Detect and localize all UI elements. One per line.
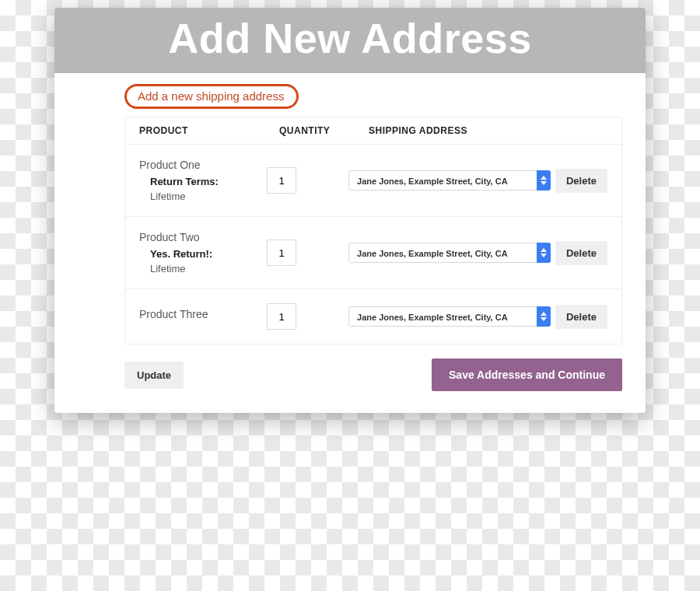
delete-button[interactable]: Delete bbox=[555, 169, 607, 193]
address-cell: Jane Jones, Example Street, City, CA bbox=[348, 243, 551, 263]
product-attr-label: Return Terms: bbox=[139, 176, 267, 187]
quantity-input[interactable] bbox=[267, 240, 296, 266]
address-cell: Jane Jones, Example Street, City, CA bbox=[348, 306, 551, 327]
quantity-cell bbox=[267, 303, 348, 330]
address-select-value: Jane Jones, Example Street, City, CA bbox=[348, 170, 551, 191]
header-quantity: QUANTITY bbox=[279, 125, 369, 136]
product-table: PRODUCT QUANTITY SHIPPING ADDRESS Produc… bbox=[124, 117, 622, 344]
address-select[interactable]: Jane Jones, Example Street, City, CA bbox=[348, 243, 551, 263]
action-cell: Delete bbox=[551, 169, 607, 193]
updown-icon bbox=[537, 170, 551, 191]
table-header: PRODUCT QUANTITY SHIPPING ADDRESS bbox=[125, 117, 621, 144]
header-product: PRODUCT bbox=[139, 125, 279, 136]
address-select[interactable]: Jane Jones, Example Street, City, CA bbox=[348, 306, 551, 327]
updown-icon bbox=[537, 306, 551, 327]
header-address: SHIPPING ADDRESS bbox=[369, 125, 607, 136]
save-continue-button[interactable]: Save Addresses and Continue bbox=[432, 358, 622, 391]
address-select-value: Jane Jones, Example Street, City, CA bbox=[348, 306, 551, 327]
table-row: Product Three Jane Jones, Example Street… bbox=[125, 289, 621, 344]
table-row: Product Two Yes. Return!: Lifetime Jane … bbox=[125, 216, 621, 289]
stage: Add New Address Add a new shipping addre… bbox=[0, 0, 700, 591]
product-name: Product Three bbox=[139, 308, 267, 320]
address-cell: Jane Jones, Example Street, City, CA bbox=[348, 170, 551, 191]
update-button[interactable]: Update bbox=[124, 362, 184, 389]
address-select[interactable]: Jane Jones, Example Street, City, CA bbox=[348, 170, 551, 191]
quantity-input[interactable] bbox=[267, 303, 296, 330]
product-attr-value: Lifetime bbox=[139, 191, 267, 202]
product-cell: Product Three bbox=[139, 308, 267, 325]
product-name: Product One bbox=[139, 159, 267, 171]
quantity-cell bbox=[267, 167, 348, 194]
page-title: Add New Address bbox=[54, 8, 646, 73]
delete-button[interactable]: Delete bbox=[555, 305, 607, 329]
content: Add a new shipping address PRODUCT QUANT… bbox=[54, 73, 646, 413]
quantity-cell bbox=[267, 240, 348, 266]
table-row: Product One Return Terms: Lifetime Jane … bbox=[125, 144, 621, 216]
delete-button[interactable]: Delete bbox=[555, 241, 607, 265]
updown-icon bbox=[537, 243, 551, 263]
address-select-value: Jane Jones, Example Street, City, CA bbox=[348, 243, 551, 263]
product-cell: Product Two Yes. Return!: Lifetime bbox=[139, 231, 267, 275]
product-attr-label: Yes. Return!: bbox=[139, 248, 267, 260]
action-cell: Delete bbox=[551, 305, 607, 329]
quantity-input[interactable] bbox=[267, 167, 296, 194]
add-shipping-address-link[interactable]: Add a new shipping address bbox=[124, 84, 299, 109]
action-cell: Delete bbox=[551, 241, 607, 265]
product-attr-value: Lifetime bbox=[139, 263, 267, 275]
product-name: Product Two bbox=[139, 231, 267, 243]
actions-bar: Update Save Addresses and Continue bbox=[124, 358, 622, 391]
product-cell: Product One Return Terms: Lifetime bbox=[139, 159, 267, 202]
window: Add New Address Add a new shipping addre… bbox=[54, 8, 646, 413]
